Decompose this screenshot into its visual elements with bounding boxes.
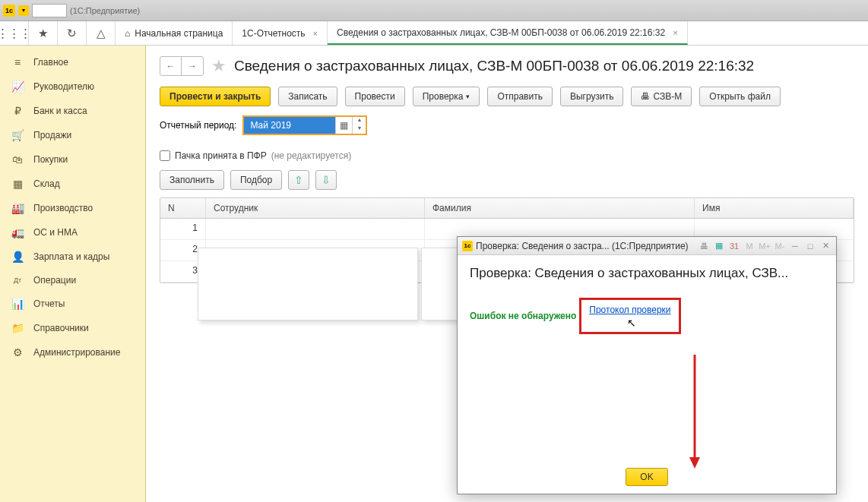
nav-buttons: ← → bbox=[160, 56, 204, 76]
calendar-icon[interactable]: ▦ bbox=[335, 117, 352, 134]
checkbox-label: Пачка принята в ПФР bbox=[175, 150, 267, 161]
spin-up[interactable]: ▲ bbox=[353, 117, 366, 125]
home-icon: ⌂ bbox=[125, 28, 130, 39]
sidebar-item-salary[interactable]: 👤Зарплата и кадры bbox=[0, 245, 145, 269]
chevron-down-icon: ▾ bbox=[466, 93, 470, 100]
bag-icon: 🛍 bbox=[11, 153, 24, 166]
col-firstname[interactable]: Имя bbox=[695, 198, 854, 218]
person-icon: 👤 bbox=[11, 251, 24, 263]
period-label: Отчетный период: bbox=[160, 120, 236, 131]
period-field: ▦ ▲▼ bbox=[242, 115, 367, 135]
menu-icon: ≡ bbox=[11, 56, 24, 68]
close-icon[interactable]: ✕ bbox=[819, 240, 832, 252]
col-n[interactable]: N bbox=[160, 198, 206, 218]
accepted-checkbox-row: Пачка принята в ПФР (не редактируется) bbox=[160, 150, 854, 161]
apps-icon[interactable]: ⋮⋮⋮ bbox=[0, 21, 29, 45]
sidebar-label: ОС и НМА bbox=[33, 227, 78, 238]
open-file-button[interactable]: Открыть файл bbox=[699, 87, 781, 106]
calendar-icon[interactable]: 31 bbox=[728, 240, 740, 252]
spinner: ▲▼ bbox=[352, 117, 366, 134]
app-icon: 1c bbox=[462, 241, 473, 251]
tab-document[interactable]: Сведения о застрахованных лицах, СЗВ-М 0… bbox=[328, 21, 688, 45]
sidebar-label: Главное bbox=[33, 57, 68, 68]
szvm-button[interactable]: 🖶СЗВ-М bbox=[631, 87, 692, 106]
sidebar-label: Руководителю bbox=[33, 81, 94, 92]
sidebar-item-warehouse[interactable]: ▦Склад bbox=[0, 172, 145, 196]
history-icon[interactable]: ↻ bbox=[58, 21, 87, 45]
tab-reports[interactable]: 1С-Отчетность × bbox=[233, 21, 328, 45]
favorite-icon[interactable]: ★ bbox=[211, 56, 227, 76]
checkbox-note: (не редактируется) bbox=[271, 150, 352, 161]
print-icon[interactable]: 🖶 bbox=[698, 240, 710, 252]
back-button[interactable]: ← bbox=[160, 57, 182, 75]
sidebar-item-reports[interactable]: 📊Отчеты bbox=[0, 292, 145, 316]
mminus-button[interactable]: M- bbox=[774, 240, 786, 252]
sidebar-item-purchases[interactable]: 🛍Покупки bbox=[0, 147, 145, 172]
sidebar-label: Продажи bbox=[33, 130, 71, 140]
period-input[interactable] bbox=[244, 117, 335, 134]
protocol-link[interactable]: Протокол проверки bbox=[589, 305, 670, 315]
col-surname[interactable]: Фамилия bbox=[425, 198, 695, 218]
export-button[interactable]: Выгрузить bbox=[560, 87, 624, 106]
print-icon: 🖶 bbox=[641, 91, 650, 102]
sidebar-label: Производство bbox=[33, 203, 93, 213]
accepted-checkbox[interactable] bbox=[160, 150, 170, 161]
sidebar-item-catalogs[interactable]: 📁Справочники bbox=[0, 316, 145, 340]
close-icon[interactable]: × bbox=[313, 29, 318, 38]
forward-button[interactable]: → bbox=[182, 57, 203, 75]
minimize-icon[interactable]: ─ bbox=[789, 240, 801, 252]
tab-label: 1С-Отчетность bbox=[242, 28, 305, 39]
sidebar: ≡Главное 📈Руководителю ₽Банк и касса 🛒Пр… bbox=[0, 46, 146, 502]
factory-icon: 🏭 bbox=[11, 202, 24, 214]
move-down-button[interactable]: ⇩ bbox=[315, 170, 337, 190]
dtkt-icon: Дт bbox=[11, 276, 24, 284]
maximize-icon[interactable]: □ bbox=[804, 240, 816, 252]
highlight-box: Протокол проверки ↖ bbox=[579, 298, 680, 334]
truck-icon: 🚛 bbox=[11, 226, 24, 238]
submit-button[interactable]: Провести и закрыть bbox=[160, 87, 271, 106]
sidebar-item-admin[interactable]: ⚙Администрирование bbox=[0, 340, 145, 365]
sidebar-item-bank[interactable]: ₽Банк и касса bbox=[0, 99, 145, 123]
tab-label: Начальная страница bbox=[135, 28, 223, 39]
page-title: Сведения о застрахованных лицах, СЗВ-М 0… bbox=[234, 58, 754, 74]
sidebar-item-manager[interactable]: 📈Руководителю bbox=[0, 74, 145, 99]
post-button[interactable]: Провести bbox=[345, 87, 405, 106]
mplus-button[interactable]: M+ bbox=[759, 240, 771, 252]
col-employee[interactable]: Сотрудник bbox=[206, 198, 425, 218]
calc-icon[interactable]: ▦ bbox=[713, 240, 725, 252]
app-icon: 1c bbox=[3, 5, 15, 17]
sidebar-item-production[interactable]: 🏭Производство bbox=[0, 196, 145, 220]
tab-label: Сведения о застрахованных лицах, СЗВ-М 0… bbox=[337, 27, 665, 38]
no-errors-text: Ошибок не обнаружено bbox=[470, 311, 576, 321]
ruble-icon: ₽ bbox=[11, 105, 24, 117]
sidebar-label: Зарплата и кадры bbox=[33, 251, 109, 262]
chart-icon: 📈 bbox=[11, 81, 24, 93]
save-button[interactable]: Записать bbox=[278, 87, 337, 106]
dropdown-shadow bbox=[198, 248, 418, 320]
titlebar: 1c ▾ (1С:Предприятие) bbox=[0, 0, 868, 21]
sidebar-item-main[interactable]: ≡Главное bbox=[0, 50, 145, 74]
sidebar-item-sales[interactable]: 🛒Продажи bbox=[0, 123, 145, 147]
m-button[interactable]: M bbox=[743, 240, 756, 252]
dialog-heading: Проверка: Сведения о застрахованных лица… bbox=[470, 266, 824, 281]
fill-button[interactable]: Заполнить bbox=[160, 170, 224, 190]
toolbar: ⋮⋮⋮ ★ ↻ △ ⌂ Начальная страница 1С-Отчетн… bbox=[0, 21, 868, 46]
move-up-button[interactable]: ⇧ bbox=[288, 170, 309, 190]
pick-button[interactable]: Подбор bbox=[230, 170, 282, 190]
cursor-icon: ↖ bbox=[627, 317, 636, 329]
dialog-titlebar: 1c Проверка: Сведения о застра... (1С:Пр… bbox=[458, 237, 836, 255]
sidebar-label: Покупки bbox=[33, 154, 68, 165]
sidebar-item-assets[interactable]: 🚛ОС и НМА bbox=[0, 220, 145, 245]
close-icon[interactable]: × bbox=[673, 28, 677, 37]
sidebar-item-operations[interactable]: ДтОперации bbox=[0, 269, 145, 292]
tab-home[interactable]: ⌂ Начальная страница bbox=[116, 21, 233, 45]
spin-down[interactable]: ▼ bbox=[353, 125, 366, 134]
star-icon[interactable]: ★ bbox=[29, 21, 58, 45]
ok-button[interactable]: OK bbox=[626, 468, 667, 486]
sidebar-label: Операции bbox=[33, 275, 76, 286]
dropdown-icon[interactable]: ▾ bbox=[18, 5, 29, 16]
sidebar-label: Отчеты bbox=[33, 298, 65, 309]
bell-icon[interactable]: △ bbox=[87, 21, 116, 45]
check-button[interactable]: Проверка▾ bbox=[413, 87, 480, 106]
send-button[interactable]: Отправить bbox=[487, 87, 553, 106]
